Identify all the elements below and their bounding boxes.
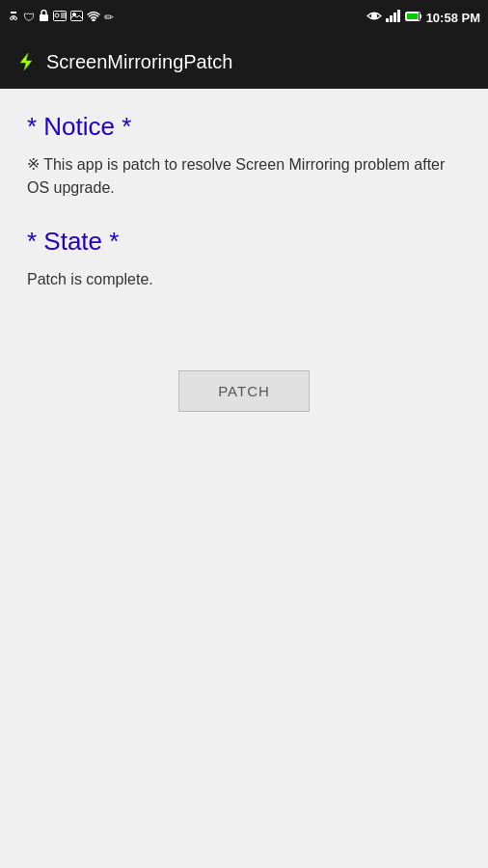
state-section: * State * Patch is complete.: [27, 227, 461, 318]
svg-point-0: [11, 16, 14, 19]
svg-marker-19: [20, 53, 32, 70]
notice-section: * Notice * ※ This app is patch to resolv…: [27, 112, 461, 227]
lock-icon: [39, 10, 49, 25]
state-heading: * State *: [27, 227, 461, 257]
status-bar-icons-left: 🛡: [8, 10, 114, 26]
pen-icon: ✏: [104, 11, 114, 24]
svg-point-11: [371, 14, 376, 18]
status-bar: 🛡: [0, 0, 488, 35]
svg-point-10: [93, 19, 95, 21]
svg-point-1: [14, 16, 17, 19]
svg-rect-13: [390, 15, 393, 22]
svg-rect-8: [71, 12, 83, 21]
app-bar: ScreenMirroringPatch: [0, 35, 488, 89]
battery-icon: [405, 11, 422, 25]
notice-heading: * Notice *: [27, 112, 461, 142]
main-content: * Notice * ※ This app is patch to resolv…: [0, 89, 488, 868]
button-container: PATCH: [27, 370, 461, 412]
state-body: Patch is complete.: [27, 268, 461, 291]
notice-body: ※ This app is patch to resolve Screen Mi…: [27, 153, 461, 200]
eye-icon: [366, 11, 382, 24]
app-bar-icon: [15, 51, 37, 72]
patch-button[interactable]: PATCH: [178, 370, 310, 412]
id-icon: [53, 11, 67, 24]
shield-icon: 🛡: [23, 11, 35, 24]
status-bar-right: 10:58 PM: [366, 10, 480, 25]
app-bar-title: ScreenMirroringPatch: [46, 51, 232, 73]
svg-rect-14: [393, 13, 396, 22]
svg-rect-12: [386, 18, 389, 22]
svg-point-4: [55, 14, 59, 17]
usb-icon: [8, 10, 19, 26]
wifi-icon: [87, 11, 100, 24]
signal-icon: [386, 10, 401, 25]
status-time: 10:58 PM: [426, 11, 480, 25]
svg-rect-2: [40, 14, 48, 21]
svg-rect-15: [397, 10, 400, 22]
image-icon: [70, 11, 83, 24]
svg-rect-17: [406, 13, 418, 19]
